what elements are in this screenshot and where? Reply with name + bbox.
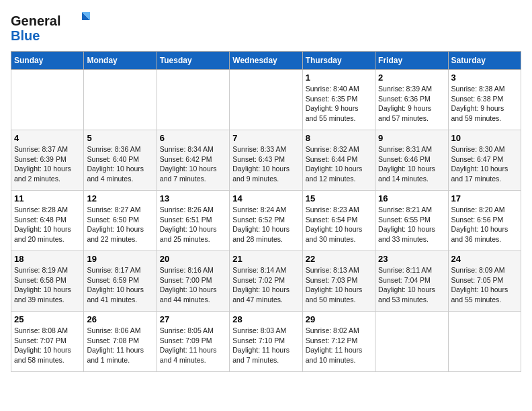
day-number: 17 <box>451 193 518 203</box>
calendar-cell <box>84 70 157 130</box>
calendar-cell <box>11 70 84 130</box>
day-number: 25 <box>14 314 81 324</box>
day-info: Sunrise: 8:36 AM Sunset: 6:40 PM Dayligh… <box>87 144 153 184</box>
calendar-cell: 14Sunrise: 8:24 AM Sunset: 6:52 PM Dayli… <box>230 191 302 251</box>
day-info: Sunrise: 8:39 AM Sunset: 6:36 PM Dayligh… <box>378 84 445 124</box>
day-number: 24 <box>451 254 518 264</box>
day-info: Sunrise: 8:06 AM Sunset: 7:08 PM Dayligh… <box>87 326 153 365</box>
calendar-cell: 6Sunrise: 8:34 AM Sunset: 6:42 PM Daylig… <box>157 130 229 191</box>
day-number: 14 <box>232 193 299 203</box>
calendar-table: SundayMondayTuesdayWednesdayThursdayFrid… <box>11 51 521 372</box>
day-number: 12 <box>87 193 153 203</box>
day-number: 11 <box>14 193 81 203</box>
day-info: Sunrise: 8:26 AM Sunset: 6:51 PM Dayligh… <box>160 205 226 244</box>
calendar-cell <box>448 312 521 372</box>
day-info: Sunrise: 8:17 AM Sunset: 6:59 PM Dayligh… <box>87 265 153 305</box>
calendar-cell: 29Sunrise: 8:02 AM Sunset: 7:12 PM Dayli… <box>302 312 375 372</box>
calendar-cell: 11Sunrise: 8:28 AM Sunset: 6:48 PM Dayli… <box>11 191 84 251</box>
calendar-weekday-friday: Friday <box>375 52 448 70</box>
calendar-weekday-saturday: Saturday <box>448 52 521 70</box>
calendar-cell: 8Sunrise: 8:32 AM Sunset: 6:44 PM Daylig… <box>302 130 375 191</box>
day-number: 16 <box>378 193 445 203</box>
calendar-cell <box>230 70 302 130</box>
svg-text:General: General <box>11 13 60 28</box>
day-info: Sunrise: 8:19 AM Sunset: 6:58 PM Dayligh… <box>14 265 81 305</box>
day-info: Sunrise: 8:03 AM Sunset: 7:10 PM Dayligh… <box>232 326 299 365</box>
day-info: Sunrise: 8:23 AM Sunset: 6:54 PM Dayligh… <box>306 205 372 244</box>
day-number: 3 <box>451 73 518 83</box>
day-number: 26 <box>87 314 153 324</box>
calendar-cell: 20Sunrise: 8:16 AM Sunset: 7:00 PM Dayli… <box>157 251 229 312</box>
calendar-cell: 18Sunrise: 8:19 AM Sunset: 6:58 PM Dayli… <box>11 251 84 312</box>
day-number: 9 <box>378 133 445 143</box>
day-number: 8 <box>306 133 372 143</box>
day-info: Sunrise: 8:14 AM Sunset: 7:02 PM Dayligh… <box>232 265 299 305</box>
day-number: 10 <box>451 133 518 143</box>
logo: General Blue <box>11 11 91 44</box>
calendar-cell: 28Sunrise: 8:03 AM Sunset: 7:10 PM Dayli… <box>230 312 302 372</box>
calendar-cell: 9Sunrise: 8:31 AM Sunset: 6:46 PM Daylig… <box>375 130 448 191</box>
day-info: Sunrise: 8:11 AM Sunset: 7:04 PM Dayligh… <box>378 265 445 305</box>
day-info: Sunrise: 8:21 AM Sunset: 6:55 PM Dayligh… <box>378 205 445 244</box>
day-number: 23 <box>378 254 445 264</box>
day-info: Sunrise: 8:13 AM Sunset: 7:03 PM Dayligh… <box>306 265 372 305</box>
calendar-week-row: 4Sunrise: 8:37 AM Sunset: 6:39 PM Daylig… <box>11 130 521 191</box>
calendar-cell: 12Sunrise: 8:27 AM Sunset: 6:50 PM Dayli… <box>84 191 157 251</box>
calendar-cell: 15Sunrise: 8:23 AM Sunset: 6:54 PM Dayli… <box>302 191 375 251</box>
calendar-cell: 24Sunrise: 8:09 AM Sunset: 7:05 PM Dayli… <box>448 251 521 312</box>
calendar-week-row: 18Sunrise: 8:19 AM Sunset: 6:58 PM Dayli… <box>11 251 521 312</box>
calendar-cell: 21Sunrise: 8:14 AM Sunset: 7:02 PM Dayli… <box>230 251 302 312</box>
calendar-cell: 27Sunrise: 8:05 AM Sunset: 7:09 PM Dayli… <box>157 312 229 372</box>
calendar-cell: 26Sunrise: 8:06 AM Sunset: 7:08 PM Dayli… <box>84 312 157 372</box>
day-info: Sunrise: 8:09 AM Sunset: 7:05 PM Dayligh… <box>451 265 518 305</box>
calendar-week-row: 11Sunrise: 8:28 AM Sunset: 6:48 PM Dayli… <box>11 191 521 251</box>
calendar-cell <box>157 70 229 130</box>
calendar-cell: 22Sunrise: 8:13 AM Sunset: 7:03 PM Dayli… <box>302 251 375 312</box>
day-number: 13 <box>160 193 226 203</box>
calendar-cell: 7Sunrise: 8:33 AM Sunset: 6:43 PM Daylig… <box>230 130 302 191</box>
day-number: 21 <box>232 254 299 264</box>
calendar-cell: 19Sunrise: 8:17 AM Sunset: 6:59 PM Dayli… <box>84 251 157 312</box>
day-number: 7 <box>232 133 299 143</box>
day-info: Sunrise: 8:28 AM Sunset: 6:48 PM Dayligh… <box>14 205 81 244</box>
calendar-cell: 13Sunrise: 8:26 AM Sunset: 6:51 PM Dayli… <box>157 191 229 251</box>
calendar-week-row: 25Sunrise: 8:08 AM Sunset: 7:07 PM Dayli… <box>11 312 521 372</box>
svg-text:Blue: Blue <box>11 28 40 43</box>
calendar-cell: 17Sunrise: 8:20 AM Sunset: 6:56 PM Dayli… <box>448 191 521 251</box>
calendar-cell: 10Sunrise: 8:30 AM Sunset: 6:47 PM Dayli… <box>448 130 521 191</box>
page-header: General Blue <box>11 11 521 44</box>
calendar-week-row: 1Sunrise: 8:40 AM Sunset: 6:35 PM Daylig… <box>11 70 521 130</box>
day-info: Sunrise: 8:32 AM Sunset: 6:44 PM Dayligh… <box>306 144 372 184</box>
day-info: Sunrise: 8:34 AM Sunset: 6:42 PM Dayligh… <box>160 144 226 184</box>
calendar-weekday-wednesday: Wednesday <box>230 52 302 70</box>
calendar-weekday-sunday: Sunday <box>11 52 84 70</box>
day-info: Sunrise: 8:02 AM Sunset: 7:12 PM Dayligh… <box>306 326 372 365</box>
day-info: Sunrise: 8:08 AM Sunset: 7:07 PM Dayligh… <box>14 326 81 365</box>
day-number: 1 <box>306 73 372 83</box>
calendar-cell: 25Sunrise: 8:08 AM Sunset: 7:07 PM Dayli… <box>11 312 84 372</box>
day-number: 28 <box>232 314 299 324</box>
day-info: Sunrise: 8:30 AM Sunset: 6:47 PM Dayligh… <box>451 144 518 184</box>
calendar-weekday-monday: Monday <box>84 52 157 70</box>
calendar-cell: 1Sunrise: 8:40 AM Sunset: 6:35 PM Daylig… <box>302 70 375 130</box>
day-info: Sunrise: 8:16 AM Sunset: 7:00 PM Dayligh… <box>160 265 226 305</box>
day-number: 22 <box>306 254 372 264</box>
day-info: Sunrise: 8:20 AM Sunset: 6:56 PM Dayligh… <box>451 205 518 244</box>
calendar-cell: 16Sunrise: 8:21 AM Sunset: 6:55 PM Dayli… <box>375 191 448 251</box>
calendar-cell <box>375 312 448 372</box>
day-number: 18 <box>14 254 81 264</box>
day-info: Sunrise: 8:40 AM Sunset: 6:35 PM Dayligh… <box>306 84 372 124</box>
day-number: 27 <box>160 314 226 324</box>
day-info: Sunrise: 8:38 AM Sunset: 6:38 PM Dayligh… <box>451 84 518 124</box>
calendar-header-row: SundayMondayTuesdayWednesdayThursdayFrid… <box>11 52 521 70</box>
calendar-cell: 23Sunrise: 8:11 AM Sunset: 7:04 PM Dayli… <box>375 251 448 312</box>
day-number: 15 <box>306 193 372 203</box>
day-info: Sunrise: 8:37 AM Sunset: 6:39 PM Dayligh… <box>14 144 81 184</box>
calendar-weekday-thursday: Thursday <box>302 52 375 70</box>
day-info: Sunrise: 8:27 AM Sunset: 6:50 PM Dayligh… <box>87 205 153 244</box>
day-info: Sunrise: 8:33 AM Sunset: 6:43 PM Dayligh… <box>232 144 299 184</box>
logo-svg: General Blue <box>11 11 91 44</box>
day-number: 29 <box>306 314 372 324</box>
day-number: 6 <box>160 133 226 143</box>
day-number: 20 <box>160 254 226 264</box>
